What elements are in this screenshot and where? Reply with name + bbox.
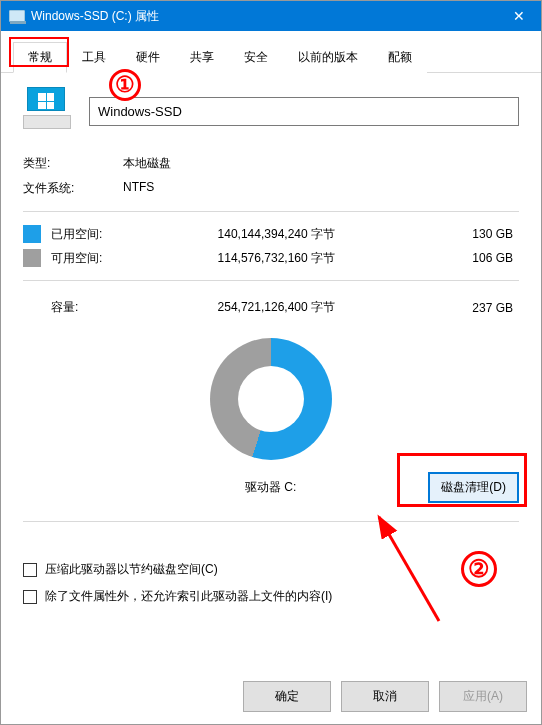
drive-icon [9,10,25,22]
free-swatch [23,249,41,267]
tab-hardware[interactable]: 硬件 [121,42,175,73]
tab-general[interactable]: 常规 [13,42,67,73]
compress-checkbox-label: 压缩此驱动器以节约磁盘空间(C) [45,561,218,578]
used-bytes: 140,144,394,240 字节 [133,226,343,243]
used-label: 已用空间: [51,226,133,243]
capacity-label: 容量: [23,299,133,316]
capacity-human: 237 GB [343,301,519,315]
type-value: 本地磁盘 [123,155,171,172]
usage-pie-chart [210,338,332,460]
filesystem-label: 文件系统: [23,180,123,197]
tab-quota[interactable]: 配额 [373,42,427,73]
close-icon: ✕ [513,8,525,24]
drive-name-input[interactable] [89,97,519,126]
free-label: 可用空间: [51,250,133,267]
free-bytes: 114,576,732,160 字节 [133,250,343,267]
drive-label: 驱动器 C: [23,479,428,496]
filesystem-value: NTFS [123,180,154,197]
disk-cleanup-button[interactable]: 磁盘清理(D) [428,472,519,503]
used-swatch [23,225,41,243]
used-human: 130 GB [343,227,519,241]
tab-panel-general: 类型: 本地磁盘 文件系统: NTFS 已用空间: 140,144,394,24… [1,73,541,610]
apply-button[interactable]: 应用(A) [439,681,527,712]
window-title: Windows-SSD (C:) 属性 [31,8,496,25]
tab-sharing[interactable]: 共享 [175,42,229,73]
index-checkbox[interactable] [23,590,37,604]
compress-checkbox[interactable] [23,563,37,577]
drive-big-icon [23,93,71,129]
tab-strip: 常规 工具 硬件 共享 安全 以前的版本 配额 [1,31,541,73]
dialog-buttons: 确定 取消 应用(A) [243,681,527,712]
tab-tools[interactable]: 工具 [67,42,121,73]
capacity-bytes: 254,721,126,400 字节 [133,299,343,316]
cancel-button[interactable]: 取消 [341,681,429,712]
tab-security[interactable]: 安全 [229,42,283,73]
ok-button[interactable]: 确定 [243,681,331,712]
index-checkbox-label: 除了文件属性外，还允许索引此驱动器上文件的内容(I) [45,588,332,605]
free-human: 106 GB [343,251,519,265]
type-label: 类型: [23,155,123,172]
close-button[interactable]: ✕ [496,1,541,31]
titlebar: Windows-SSD (C:) 属性 ✕ [1,1,541,31]
tab-previous-versions[interactable]: 以前的版本 [283,42,373,73]
